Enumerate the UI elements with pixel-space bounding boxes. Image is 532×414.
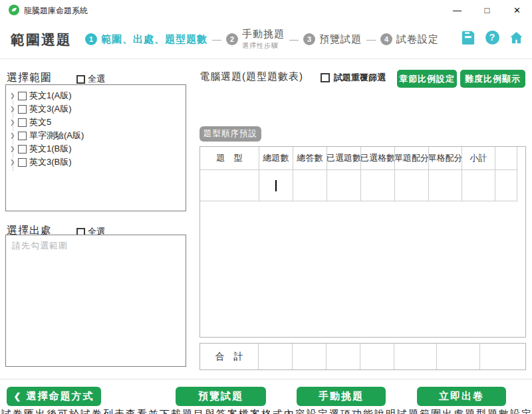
col-header-total-answers: 總答數: [293, 147, 327, 170]
header-icons: ?: [460, 29, 524, 45]
totals-points-per-blank: [437, 344, 480, 369]
range-section-title: 選擇範圍: [7, 71, 52, 85]
item-checkbox[interactable]: [18, 92, 27, 100]
expand-chevron-icon[interactable]: ❯: [10, 159, 18, 165]
step-1-label: 範圍、出處、題型題數: [101, 33, 207, 46]
maximize-button[interactable]: □: [472, 0, 502, 20]
col-header-selected-questions: 已選題數: [327, 147, 361, 170]
window-controls: — □ ✕: [442, 0, 532, 20]
item-checkbox[interactable]: [18, 118, 27, 127]
manual-pick-button[interactable]: 手動挑題: [297, 387, 386, 406]
step-2-label: 手動挑題: [242, 28, 285, 41]
generate-paper-button[interactable]: 立即出卷: [417, 387, 506, 406]
difficulty-ratio-button[interactable]: 難度比例顯示: [460, 70, 525, 88]
source-placeholder: 請先勾選範圍: [12, 240, 68, 252]
footer-divider: [0, 379, 532, 379]
choose-mode-back-button[interactable]: ❮ 選擇命題方式: [7, 387, 101, 406]
item-label: 單字測驗(A版): [29, 130, 84, 142]
duplicate-filter-checkbox[interactable]: [321, 73, 330, 82]
help-icon[interactable]: ?: [484, 29, 500, 45]
tree-item[interactable]: ❯ 英文1(B版): [10, 142, 183, 155]
step-1-badge: 1: [85, 33, 97, 45]
back-chevron-icon: ❮: [14, 391, 23, 401]
text-caret: [275, 180, 277, 191]
range-select-all-checkbox[interactable]: [76, 75, 85, 84]
cell-selected-blanks[interactable]: [361, 170, 395, 201]
totals-subtotal: [480, 344, 525, 369]
tree-item[interactable]: ❯ 單字測驗(A版): [10, 129, 183, 142]
col-header-total-questions: 總題數: [259, 147, 293, 170]
source-listbox[interactable]: 請先勾選範圍: [5, 235, 186, 367]
window-title: 龍騰題庫命題系統: [24, 5, 88, 17]
expand-chevron-icon[interactable]: ❯: [10, 119, 18, 126]
totals-table: 合 計: [200, 343, 526, 370]
expand-chevron-icon[interactable]: ❯: [10, 146, 18, 152]
cell-selected-questions[interactable]: [327, 170, 361, 201]
step-3-badge: 3: [303, 33, 315, 45]
range-tree: ❯ 英文1(A版) ❯ 英文3(A版) ❯ 英文5 ❯ 單字測驗(A版) ❯: [6, 85, 186, 169]
minimize-button[interactable]: —: [442, 0, 472, 20]
app-logo-icon: [9, 5, 19, 15]
cell-points-per-blank[interactable]: [429, 170, 462, 201]
background-window-text: 試卷匯出後可於試卷列表查看並下載題目與答案檔案格式內容設定選項功能說明試題範圍出…: [0, 407, 532, 414]
app-window: 龍騰題庫命題系統 — □ ✕ 範圍選題 1 範圍、出處、題型題數 — 2 手動挑…: [0, 0, 532, 414]
page-header: 範圍選題 1 範圍、出處、題型題數 — 2 手動挑題 選擇性步驟 — 3 預覽試…: [0, 20, 532, 59]
tree-item[interactable]: ❯ 英文5: [10, 116, 183, 129]
preview-questions-button[interactable]: 預覽試題: [176, 387, 266, 406]
totals-points-per-question: [394, 344, 437, 369]
totals-label: 合 計: [200, 344, 259, 369]
type-order-preset-button[interactable]: 題型順序預設: [200, 126, 261, 142]
duplicate-filter-label: 試題重覆篩選: [334, 72, 386, 84]
step-separator: —: [289, 34, 299, 45]
col-header-type: 題 型: [200, 147, 259, 170]
home-icon[interactable]: [508, 29, 524, 45]
expand-chevron-icon[interactable]: ❯: [10, 132, 18, 139]
range-listbox: ❯ 英文1(A版) ❯ 英文3(A版) ❯ 英文5 ❯ 單字測驗(A版) ❯: [5, 84, 186, 211]
step-2-badge: 2: [226, 33, 238, 45]
titlebar: 龍騰題庫命題系統 — □ ✕: [0, 0, 532, 20]
chapter-ratio-button[interactable]: 章節比例設定: [397, 70, 457, 88]
step-3-label: 預覽試題: [319, 33, 362, 46]
col-header-points-per-question: 單題配分: [395, 147, 429, 170]
page-title: 範圍選題: [11, 31, 72, 49]
item-label: 英文1(B版): [29, 143, 72, 155]
item-label: 英文1(A版): [29, 90, 72, 102]
range-select-all-label: 全選: [88, 73, 105, 85]
expand-chevron-icon[interactable]: ❯: [10, 92, 18, 99]
totals-selected-blanks: [360, 344, 394, 369]
item-checkbox[interactable]: [18, 145, 27, 154]
item-checkbox[interactable]: [18, 105, 27, 114]
item-label: 英文3(A版): [29, 103, 72, 115]
cell-extra[interactable]: [495, 170, 517, 201]
tree-item[interactable]: ❯ 英文3(B版): [10, 155, 183, 169]
item-label: 英文5: [29, 116, 51, 128]
back-button-label: 選擇命題方式: [26, 390, 94, 403]
step-2-sublabel: 選擇性步驟: [242, 41, 285, 51]
tree-item[interactable]: ❯ 英文1(A版): [10, 89, 183, 102]
step-separator: —: [212, 34, 221, 45]
step-2: 手動挑題 選擇性步驟: [242, 28, 285, 51]
table-header-row: 題 型 總題數 總答數 已選題數 已選格數 單題配分 單格配分 小計: [200, 147, 525, 170]
duplicate-filter[interactable]: 試題重覆篩選: [321, 72, 386, 84]
item-checkbox[interactable]: [18, 132, 27, 140]
cell-points-per-question[interactable]: [395, 170, 429, 201]
step-indicator: 1 範圍、出處、題型題數 — 2 手動挑題 選擇性步驟 — 3 預覽試題 — 4…: [85, 20, 439, 58]
save-icon[interactable]: [460, 29, 476, 45]
range-select-all[interactable]: 全選: [76, 73, 105, 85]
cell-total-questions-input[interactable]: [259, 170, 293, 201]
expand-chevron-icon[interactable]: ❯: [10, 106, 18, 112]
col-header-subtotal: 小計: [462, 147, 495, 170]
table-data-row: [200, 170, 525, 201]
totals-selected-questions: [327, 344, 360, 369]
item-checkbox[interactable]: [18, 158, 27, 167]
totals-total-questions: [259, 344, 293, 369]
col-header-extra: [495, 147, 517, 170]
col-header-selected-blanks: 已選格數: [361, 147, 395, 170]
computer-pick-title: 電腦選題(題型題數表): [200, 70, 303, 83]
cell-total-answers[interactable]: [293, 170, 327, 201]
tree-item[interactable]: ❯ 英文3(A版): [10, 102, 183, 116]
close-button[interactable]: ✕: [502, 0, 532, 20]
cell-subtotal[interactable]: [462, 170, 495, 201]
cell-type[interactable]: [200, 170, 259, 201]
step-4-badge: 4: [380, 33, 392, 45]
